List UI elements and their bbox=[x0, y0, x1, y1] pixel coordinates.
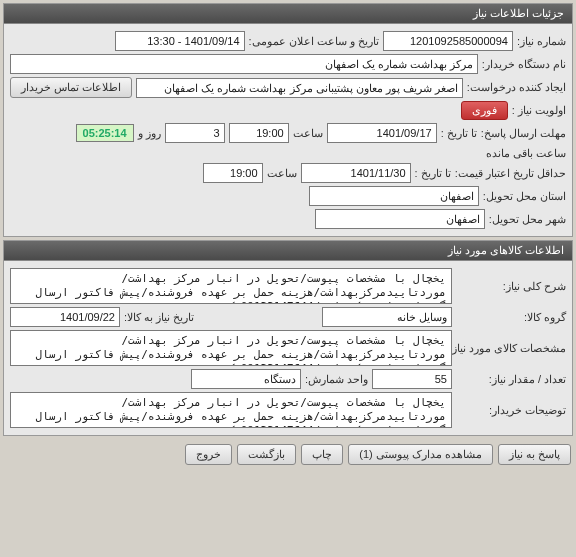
contact-info-button[interactable]: اطلاعات تماس خریدار bbox=[10, 77, 132, 98]
buyer-notes-field[interactable] bbox=[10, 392, 452, 428]
unit-label: واحد شمارش: bbox=[305, 373, 368, 386]
goods-group-label: گروه کالا: bbox=[456, 311, 566, 324]
city-label: شهر محل تحویل: bbox=[489, 213, 566, 226]
buyer-notes-label: توضیحات خریدار: bbox=[456, 404, 566, 417]
need-desc-field[interactable] bbox=[10, 268, 452, 304]
reply-deadline-label: مهلت ارسال پاسخ: bbox=[481, 127, 566, 140]
time-label-2: ساعت bbox=[267, 167, 297, 180]
countdown-field: 05:25:14 bbox=[76, 124, 134, 142]
goods-date-label: تاریخ نیاز به کالا: bbox=[124, 311, 194, 324]
goods-date-field[interactable] bbox=[10, 307, 120, 327]
requester-label: ایجاد کننده درخواست: bbox=[467, 81, 566, 94]
requester-field[interactable] bbox=[136, 78, 463, 98]
need-number-field[interactable] bbox=[383, 31, 513, 51]
validity-date-field[interactable] bbox=[301, 163, 411, 183]
announce-label: تاریخ و ساعت اعلان عمومی: bbox=[249, 35, 379, 48]
unit-field[interactable] bbox=[191, 369, 301, 389]
province-label: استان محل تحویل: bbox=[483, 190, 566, 203]
province-field[interactable] bbox=[309, 186, 479, 206]
goods-info-header: اطلاعات کالاهای مورد نیاز bbox=[4, 241, 572, 261]
priority-label: اولویت نیاز : bbox=[512, 104, 566, 117]
reply-button[interactable]: پاسخ به نیاز bbox=[498, 444, 571, 465]
need-info-panel: جزئیات اطلاعات نیاز شماره نیاز: تاریخ و … bbox=[3, 3, 573, 237]
attachments-button[interactable]: مشاهده مدارک پیوستی (1) bbox=[348, 444, 493, 465]
exit-button[interactable]: خروج bbox=[185, 444, 232, 465]
reply-date-field[interactable] bbox=[327, 123, 437, 143]
priority-badge: فوری bbox=[461, 101, 508, 120]
time-label-1: ساعت bbox=[293, 127, 323, 140]
remaining-label: ساعت باقی مانده bbox=[486, 147, 566, 160]
goods-spec-field[interactable] bbox=[10, 330, 452, 366]
goods-info-panel: اطلاعات کالاهای مورد نیاز شرح کلی نیاز: … bbox=[3, 240, 573, 436]
footer-toolbar: پاسخ به نیاز مشاهده مدارک پیوستی (1) چاپ… bbox=[0, 439, 576, 470]
need-number-label: شماره نیاز: bbox=[517, 35, 566, 48]
validity-time-field[interactable] bbox=[203, 163, 263, 183]
to-date-label-1: تا تاریخ : bbox=[441, 127, 477, 140]
back-button[interactable]: بازگشت bbox=[237, 444, 296, 465]
reply-time-field[interactable] bbox=[229, 123, 289, 143]
qty-label: تعداد / مقدار نیاز: bbox=[456, 373, 566, 386]
goods-group-field[interactable] bbox=[322, 307, 452, 327]
day-and-label: روز و bbox=[138, 127, 161, 140]
to-date-label-2: تا تاریخ : bbox=[415, 167, 451, 180]
qty-field[interactable] bbox=[372, 369, 452, 389]
city-field[interactable] bbox=[315, 209, 485, 229]
buyer-name-field[interactable] bbox=[10, 54, 478, 74]
days-left-field[interactable] bbox=[165, 123, 225, 143]
announce-field[interactable] bbox=[115, 31, 245, 51]
goods-spec-label: مشخصات کالای مورد نیاز: bbox=[456, 342, 566, 355]
buyer-name-label: نام دستگاه خریدار: bbox=[482, 58, 566, 71]
need-info-header: جزئیات اطلاعات نیاز bbox=[4, 4, 572, 24]
print-button[interactable]: چاپ bbox=[301, 444, 343, 465]
need-desc-label: شرح کلی نیاز: bbox=[456, 280, 566, 293]
validity-label: حداقل تاریخ اعتبار قیمت: bbox=[455, 167, 566, 180]
